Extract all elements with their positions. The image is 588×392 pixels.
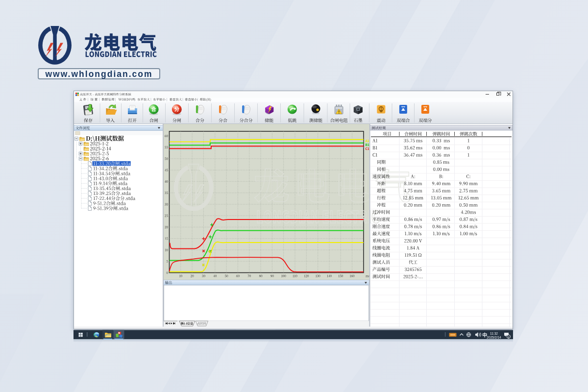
- svg-text:2: 2: [508, 336, 509, 339]
- svg-text:11:32: 11:32: [490, 332, 498, 335]
- svg-text:2025/2/14: 2025/2/14: [487, 336, 501, 339]
